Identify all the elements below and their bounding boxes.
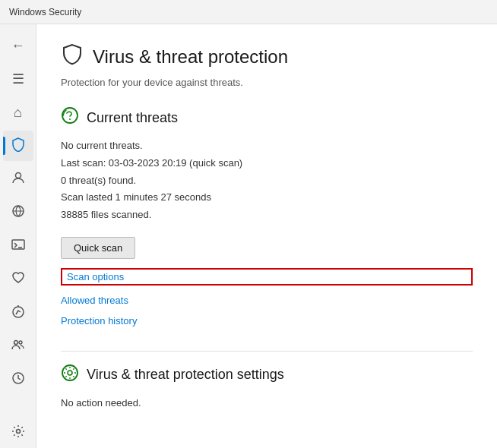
performance-icon (11, 304, 26, 323)
menu-icon: ☰ (12, 71, 24, 87)
settings-section: Virus & threat protection settings No ac… (61, 364, 473, 412)
svg-point-5 (19, 341, 22, 344)
sidebar-item-family[interactable] (3, 331, 33, 361)
title-bar-label: Windows Security (9, 7, 81, 17)
current-threats-icon (61, 106, 79, 129)
no-threats-text: No current threats. (61, 138, 473, 154)
protection-history-link[interactable]: Protection history (61, 315, 473, 327)
svg-point-11 (68, 371, 72, 375)
svg-point-4 (14, 340, 17, 344)
sidebar-item-performance[interactable] (3, 298, 33, 328)
section-divider (61, 351, 473, 352)
page-header-icon (61, 43, 84, 71)
main-content: Virus & threat protection Protection for… (36, 24, 497, 448)
page-header: Virus & threat protection (61, 43, 473, 71)
sidebar-item-history[interactable] (3, 364, 33, 395)
svg-point-9 (69, 118, 71, 120)
files-scanned-text: 38885 files scanned. (61, 207, 473, 223)
history-icon (11, 371, 26, 390)
sidebar-item-app[interactable] (3, 231, 33, 261)
svg-point-3 (13, 307, 24, 317)
app-icon (11, 237, 26, 256)
svg-point-0 (15, 172, 21, 178)
page-title: Virus & threat protection (93, 46, 288, 68)
current-threats-header: Current threats (61, 106, 473, 129)
settings-status-text: No action needed. (61, 396, 473, 412)
last-scan-text: Last scan: 03-03-2023 20:19 (quick scan) (61, 156, 473, 172)
settings-section-title: Virus & threat protection settings (87, 367, 284, 383)
network-icon (11, 203, 26, 222)
home-icon: ⌂ (14, 105, 22, 121)
family-icon (11, 337, 26, 356)
sidebar-item-menu[interactable]: ☰ (3, 64, 33, 94)
links-section: Scan options Allowed threats Protection … (61, 268, 473, 333)
sidebar-item-account[interactable] (3, 164, 33, 194)
shield-icon (11, 137, 26, 156)
account-icon (11, 170, 26, 189)
current-threats-title: Current threats (87, 110, 178, 126)
sidebar-item-shield[interactable] (3, 131, 33, 161)
settings-icon (11, 424, 26, 443)
sidebar-item-network[interactable] (3, 197, 33, 228)
svg-point-7 (16, 429, 20, 433)
threats-found-text: 0 threat(s) found. (61, 173, 473, 189)
scan-duration-text: Scan lasted 1 minutes 27 seconds (61, 190, 473, 206)
sidebar-item-home[interactable]: ⌂ (3, 97, 33, 128)
title-bar: Windows Security (0, 0, 497, 24)
sidebar-item-health[interactable] (3, 264, 33, 295)
settings-header: Virus & threat protection settings (61, 364, 473, 386)
app-body: ← ☰ ⌂ (0, 24, 497, 448)
health-icon (11, 270, 26, 289)
scan-options-link[interactable]: Scan options (61, 268, 473, 286)
back-icon: ← (11, 38, 25, 54)
sidebar: ← ☰ ⌂ (0, 24, 36, 448)
page-subtitle: Protection for your device against threa… (61, 77, 473, 88)
sidebar-item-back[interactable]: ← (3, 30, 33, 61)
quick-scan-button[interactable]: Quick scan (61, 237, 135, 259)
current-threats-section: Current threats No current threats. Last… (61, 106, 473, 333)
sidebar-item-settings[interactable] (3, 418, 33, 448)
allowed-threats-link[interactable]: Allowed threats (61, 295, 473, 306)
settings-section-icon (61, 364, 79, 386)
